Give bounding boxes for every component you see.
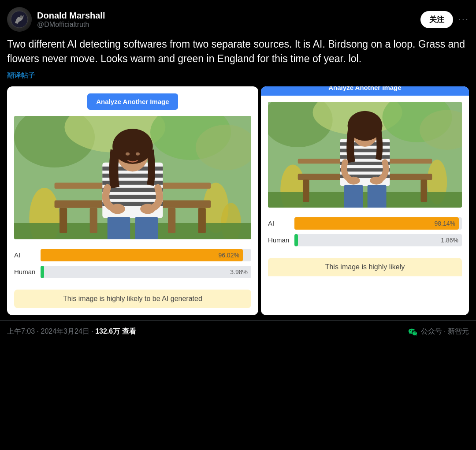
svg-rect-39 (268, 192, 462, 207)
username[interactable]: @DMofficialtruth (37, 21, 105, 29)
tweet-text: Two different AI detecting softwares fro… (7, 37, 469, 67)
human-pct-left: 3.98% (230, 268, 248, 275)
svg-point-29 (136, 152, 140, 155)
tweet-container: Donald Marshall @DMofficialtruth 关注 ··· … (0, 0, 476, 315)
svg-rect-43 (420, 179, 427, 202)
footer-dot2: · (91, 327, 95, 335)
svg-rect-16 (168, 208, 175, 233)
tweet-date: 2024年3月24日 (41, 327, 89, 335)
tweet-header: Donald Marshall @DMofficialtruth 关注 ··· (7, 7, 469, 32)
avatar-image (7, 7, 32, 32)
bar-container-human-left: 3.98% (41, 266, 251, 278)
ai-label-left: AI (14, 251, 36, 259)
svg-point-55 (347, 176, 360, 184)
tweet-header-right: 关注 ··· (420, 11, 469, 28)
svg-rect-22 (102, 195, 163, 199)
human-label-right: Human (268, 236, 290, 244)
analyze-btn-left[interactable]: Analyze Another Image (87, 93, 178, 110)
results-left: AI 96.02% Human 3.98% (14, 247, 251, 284)
ai-card-left: Analyze Another Image (7, 86, 258, 315)
bar-row-human-left: Human 3.98% (14, 266, 251, 278)
svg-rect-51 (344, 185, 363, 208)
bar-row-human-right: Human 1.86% (268, 234, 462, 246)
svg-rect-25 (135, 217, 158, 239)
bar-container-human-right: 1.86% (294, 234, 462, 246)
footer-source: 公众号 · 新智元 (408, 327, 469, 337)
svg-point-56 (370, 176, 383, 184)
wechat-icon (408, 327, 417, 337)
ai-pct-left: 96.02% (218, 252, 239, 259)
ai-card-right: Analyze Another Image (261, 86, 469, 315)
avatar[interactable] (7, 7, 32, 32)
source-label: 公众号 · 新智元 (421, 327, 469, 336)
svg-point-31 (140, 204, 155, 214)
svg-rect-15 (90, 208, 97, 233)
analyze-btn-right-partial[interactable]: Analyze Another Image (261, 86, 469, 96)
user-info: Donald Marshall @DMofficialtruth (37, 11, 105, 29)
svg-point-28 (126, 152, 130, 155)
tweet-header-left: Donald Marshall @DMofficialtruth (7, 7, 105, 32)
more-button[interactable]: ··· (458, 14, 469, 25)
bar-fill-human-left (41, 266, 44, 278)
svg-rect-21 (102, 188, 163, 192)
bar-fill-human-right (294, 234, 298, 246)
svg-point-30 (110, 204, 125, 214)
bar-fill-ai-left: 96.02% (41, 249, 243, 261)
tweet-footer: 上午7:03 · 2024年3月24日 · 132.6万 查看 公众号 · 新智… (0, 320, 476, 343)
bar-fill-ai-right: 98.14% (294, 217, 459, 230)
image-placeholder-left (14, 116, 251, 239)
footer-timestamp: 上午7:03 · 2024年3月24日 · 132.6万 查看 (7, 327, 136, 336)
svg-rect-42 (303, 179, 309, 202)
human-label-left: Human (14, 268, 36, 275)
svg-rect-13 (60, 208, 67, 233)
human-pct-right: 1.86% (441, 237, 458, 244)
verdict-right: This image is highly likely (268, 258, 462, 276)
images-row: Analyze Another Image (7, 86, 469, 315)
svg-point-1 (20, 15, 22, 18)
verdict-left: This image is highly likely to be AI gen… (14, 290, 251, 308)
follow-button[interactable]: 关注 (420, 11, 453, 28)
svg-rect-49 (340, 168, 390, 171)
tweet-views: 132.6万 查看 (95, 327, 136, 335)
image-placeholder-right (268, 102, 462, 208)
svg-rect-24 (108, 217, 130, 239)
tweet-time: 上午7:03 (7, 327, 35, 335)
bar-container-ai-right: 98.14% (294, 217, 462, 230)
translate-link[interactable]: 翻译帖子 (7, 71, 469, 80)
svg-rect-10 (14, 223, 251, 239)
results-right: AI 98.14% Human 1.86% (268, 216, 462, 253)
ai-pct-right: 98.14% (434, 220, 455, 227)
display-name[interactable]: Donald Marshall (37, 11, 105, 21)
bar-row-ai-right: AI 98.14% (268, 217, 462, 230)
bar-container-ai-left: 96.02% (41, 249, 251, 261)
svg-rect-14 (198, 208, 206, 233)
ai-label-right: AI (268, 219, 290, 227)
bar-row-ai-left: AI 96.02% (14, 249, 251, 261)
svg-rect-52 (368, 185, 387, 208)
